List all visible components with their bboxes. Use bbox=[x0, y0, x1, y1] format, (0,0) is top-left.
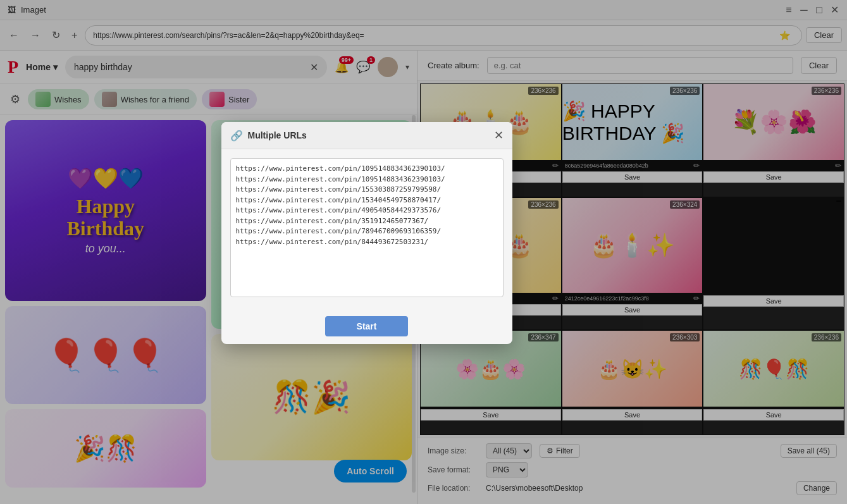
start-button[interactable]: Start bbox=[325, 316, 409, 336]
modal-header: 🔗 Multiple URLs ✕ bbox=[221, 122, 512, 149]
modal-icon: 🔗 bbox=[230, 130, 243, 142]
modal-overlay: 🔗 Multiple URLs ✕ Start bbox=[0, 0, 847, 504]
modal-footer: Start bbox=[221, 309, 512, 344]
modal-title-row: 🔗 Multiple URLs bbox=[230, 130, 307, 142]
multiple-urls-modal: 🔗 Multiple URLs ✕ Start bbox=[221, 122, 512, 344]
modal-title: Multiple URLs bbox=[248, 130, 307, 140]
url-textarea[interactable] bbox=[230, 158, 504, 297]
modal-close-button[interactable]: ✕ bbox=[494, 128, 504, 142]
modal-body bbox=[221, 149, 512, 309]
